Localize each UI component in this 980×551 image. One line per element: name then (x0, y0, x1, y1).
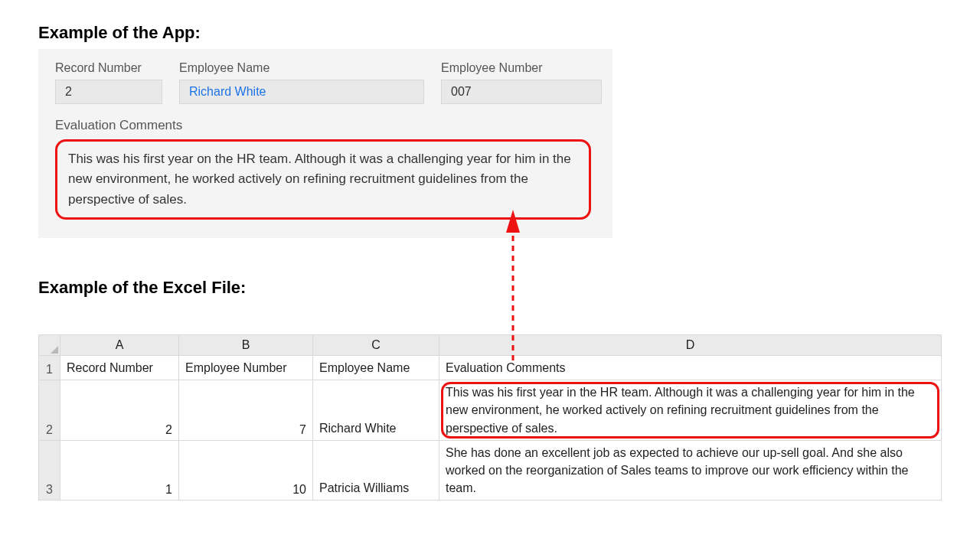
field-employee-number: Employee Number 007 (441, 61, 602, 104)
row-header-2[interactable]: 2 (39, 380, 60, 441)
field-record-number: Record Number 2 (55, 61, 162, 104)
field-label: Employee Number (441, 61, 602, 75)
col-header-a[interactable]: A (60, 335, 179, 356)
row-header-3[interactable]: 3 (39, 440, 60, 500)
cell-d2-text: This was his first year in the HR team. … (446, 386, 915, 434)
cell-c3[interactable]: Patricia Williams (313, 440, 439, 500)
cell-b1[interactable]: Employee Number (179, 356, 313, 380)
section-title-app: Example of the App: (38, 23, 942, 43)
cell-c2[interactable]: Richard White (313, 380, 439, 441)
cell-a2[interactable]: 2 (60, 380, 179, 441)
field-label: Record Number (55, 61, 162, 75)
table-row: 3 1 10 Patricia Williams She has done an… (39, 440, 942, 500)
app-panel: Record Number 2 Employee Name Richard Wh… (38, 49, 612, 238)
cell-c1[interactable]: Employee Name (313, 356, 439, 380)
evaluation-label: Evaluation Comments (55, 118, 596, 133)
cell-b2[interactable]: 7 (179, 380, 313, 441)
col-header-c[interactable]: C (313, 335, 439, 356)
cell-d2-highlight[interactable]: This was his first year in the HR team. … (439, 380, 942, 441)
cell-a3[interactable]: 1 (60, 440, 179, 500)
field-value-name-link[interactable]: Richard White (179, 80, 424, 104)
table-row: 2 2 7 Richard White This was his first y… (39, 380, 942, 441)
cell-d3[interactable]: She has done an excellent job as expecte… (439, 440, 942, 500)
field-employee-name: Employee Name Richard White (179, 61, 424, 104)
cell-b3[interactable]: 10 (179, 440, 313, 500)
field-label: Employee Name (179, 61, 424, 75)
annotation-arrow-icon (475, 215, 551, 383)
field-value-record: 2 (55, 80, 162, 104)
evaluation-comments-highlight: This was his first year on the HR team. … (55, 139, 591, 220)
row-header-1[interactable]: 1 (39, 356, 60, 380)
field-value-empno: 007 (441, 80, 602, 104)
col-header-b[interactable]: B (179, 335, 313, 356)
select-all-corner[interactable] (39, 335, 60, 356)
cell-a1[interactable]: Record Number (60, 356, 179, 380)
